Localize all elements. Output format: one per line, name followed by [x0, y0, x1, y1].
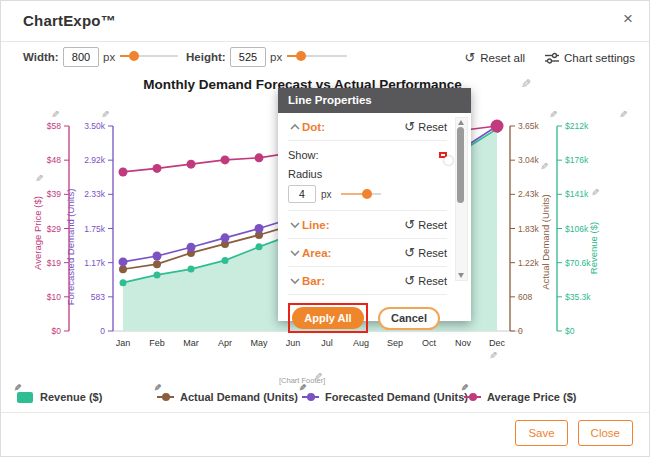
line-properties-popup: Line Properties Dot: ↺Reset Show: Radius [278, 88, 471, 321]
dot-section-label: Dot: [302, 121, 325, 133]
chevron-down-icon [288, 248, 302, 258]
radius-slider-knob[interactable] [362, 189, 372, 199]
chevron-down-icon [288, 220, 302, 230]
line-dot-swatch-icon: ✎ [464, 391, 481, 403]
svg-text:1.17k: 1.17k [84, 258, 106, 268]
height-input[interactable] [230, 47, 266, 67]
width-input[interactable] [63, 47, 99, 67]
svg-text:Jun: Jun [286, 338, 301, 348]
svg-text:$0: $0 [565, 326, 575, 336]
reset-all-icon: ↺ [464, 50, 475, 65]
actual-axis-title-edit-icon[interactable]: ✎ [540, 162, 548, 172]
height-slider-knob[interactable] [296, 51, 306, 61]
bar-section-header[interactable]: Bar: ↺Reset [288, 267, 447, 295]
line-dot-swatch-icon: ✎ [302, 391, 319, 403]
svg-text:$10: $10 [47, 292, 61, 302]
legend-label: Revenue ($) [40, 391, 102, 403]
svg-text:Mar: Mar [183, 338, 199, 348]
svg-text:2.33k: 2.33k [84, 189, 106, 199]
reset-all-label: Reset all [480, 52, 525, 64]
svg-text:Jan: Jan [116, 338, 131, 348]
chart-settings-button[interactable]: Chart settings [545, 52, 635, 64]
svg-text:3.04k: 3.04k [518, 155, 540, 165]
svg-text:3.50k: 3.50k [84, 121, 106, 131]
svg-text:608: 608 [518, 292, 532, 302]
radius-unit: px [321, 189, 332, 200]
apply-all-button[interactable]: Apply All [292, 307, 364, 329]
revenue-axis-title-edit-icon[interactable]: ✎ [591, 188, 599, 198]
area-reset-button[interactable]: ↺Reset [404, 245, 447, 260]
svg-text:0: 0 [100, 326, 105, 336]
svg-text:$176k: $176k [565, 155, 589, 165]
close-button[interactable]: Close [578, 420, 633, 446]
bar-section-label: Bar: [302, 275, 325, 287]
scroll-up-icon[interactable] [458, 120, 464, 125]
area-section-header[interactable]: Area: ↺Reset [288, 239, 447, 267]
price-axis-edit-icon[interactable]: ✎ [51, 110, 59, 120]
footer-divider [1, 412, 649, 413]
dot-section-content: Show: Radius px [288, 141, 447, 211]
radius-input[interactable] [288, 185, 316, 203]
save-button[interactable]: Save [515, 420, 567, 446]
popup-scrollbar[interactable] [455, 117, 468, 281]
svg-text:Dec: Dec [489, 338, 506, 348]
svg-text:Jul: Jul [321, 338, 333, 348]
line-section-label: Line: [302, 219, 329, 231]
bar-reset-button[interactable]: ↺Reset [404, 273, 447, 288]
svg-text:Apr: Apr [218, 338, 232, 348]
legend-item-average-price[interactable]: ✎ Average Price ($) [464, 391, 576, 403]
line-reset-button[interactable]: ↺Reset [404, 217, 447, 232]
x-axis-edit-icon[interactable]: ✎ [489, 351, 497, 361]
apply-all-highlight: Apply All [288, 303, 368, 333]
svg-text:1.75k: 1.75k [84, 224, 106, 234]
cancel-button[interactable]: Cancel [378, 307, 440, 330]
width-slider[interactable] [120, 55, 178, 57]
svg-text:Nov: Nov [455, 338, 472, 348]
reset-all-button[interactable]: ↺ Reset all [464, 50, 525, 65]
svg-text:Average Price ($): Average Price ($) [32, 196, 43, 270]
svg-text:$58: $58 [47, 121, 61, 131]
chevron-down-icon [288, 276, 302, 286]
legend-label: Actual Demand (Units) [180, 391, 298, 403]
forecast-axis-edit-icon[interactable]: ✎ [101, 110, 109, 120]
svg-text:1.22k: 1.22k [518, 258, 540, 268]
revenue-axis-edit-icon[interactable]: ✎ [619, 110, 627, 120]
width-slider-knob[interactable] [129, 51, 139, 61]
legend-label: Forecasted Demand (Units) [325, 391, 468, 403]
reset-icon: ↺ [404, 273, 415, 288]
dot-section-header[interactable]: Dot: ↺Reset [288, 113, 447, 141]
chart-settings-label: Chart settings [564, 52, 635, 64]
svg-text:$141k: $141k [565, 189, 589, 199]
actual-axis-edit-icon[interactable]: ✎ [549, 110, 557, 120]
radius-label: Radius [288, 168, 447, 180]
svg-text:Feb: Feb [149, 338, 165, 348]
svg-text:$39: $39 [47, 189, 61, 199]
area-swatch-icon: ✎ [17, 391, 34, 403]
svg-text:Sep: Sep [387, 338, 403, 348]
svg-text:$212k: $212k [565, 121, 589, 131]
radius-slider[interactable] [341, 193, 381, 195]
svg-text:3.65k: 3.65k [518, 121, 540, 131]
scrollbar-thumb[interactable] [457, 127, 464, 203]
chartexpo-dialog: ChartExpo™ × Width: px Height: px ↺ Rese… [0, 0, 650, 457]
legend-item-revenue[interactable]: ✎ Revenue ($) [17, 391, 102, 403]
dialog-header: ChartExpo™ × [1, 1, 649, 41]
height-label: Height: [186, 51, 226, 63]
legend-item-forecasted-demand[interactable]: ✎ Forecasted Demand (Units) [302, 391, 468, 403]
chart-title-edit-icon[interactable]: ✎ [521, 78, 531, 90]
svg-text:0: 0 [518, 326, 523, 336]
height-slider[interactable] [287, 55, 347, 57]
line-section-header[interactable]: Line: ↺Reset [288, 211, 447, 239]
svg-text:$19: $19 [47, 258, 61, 268]
legend-item-actual-demand[interactable]: ✎ Actual Demand (Units) [157, 391, 298, 403]
dot-reset-button[interactable]: ↺Reset [404, 119, 447, 134]
height-unit: px [270, 51, 282, 63]
scroll-down-icon[interactable] [458, 273, 464, 278]
price-axis-title-edit-icon[interactable]: ✎ [35, 174, 43, 184]
show-label: Show: [288, 149, 319, 161]
close-icon[interactable]: × [623, 10, 633, 27]
svg-text:583: 583 [91, 292, 105, 302]
svg-text:Forecasted Demand (Units): Forecasted Demand (Units) [65, 189, 76, 306]
svg-text:May: May [250, 338, 268, 348]
sliders-icon [545, 52, 559, 64]
